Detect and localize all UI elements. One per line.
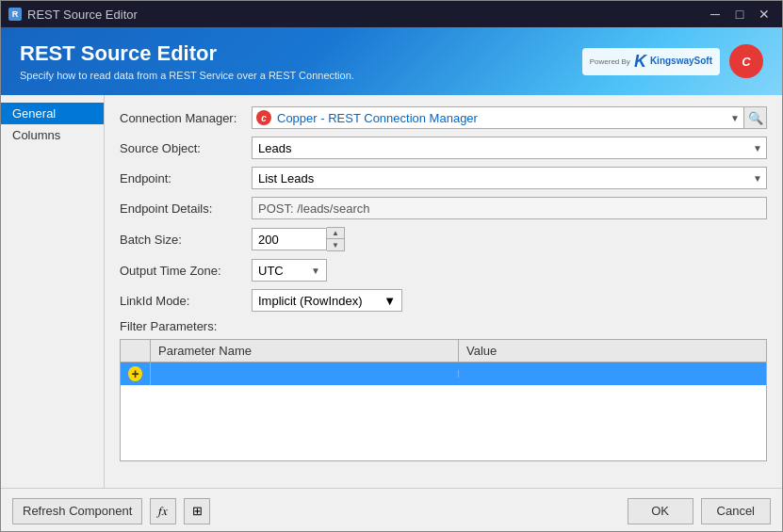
connection-manager-row: Connection Manager: c Copper - REST Conn… [120,106,767,129]
connection-copper-icon: c [256,110,271,125]
endpoint-arrow: ▼ [753,173,762,184]
formula-icon: 𝑓𝑥 [158,504,168,519]
filter-table: Parameter Name Value + [120,339,767,461]
linkid-mode-label: LinkId Mode: [120,294,252,308]
connection-dropdown-arrow: ▼ [730,113,740,123]
batch-size-spinner: 200 ▲ ▼ [252,227,345,251]
search-icon: 🔍 [748,111,763,125]
filter-params-section: Filter Parameters: Parameter Name Value … [120,319,767,461]
header-logos: Powered By K KingswaySoft C [582,44,763,78]
footer: Refresh Component 𝑓𝑥 ⊞ OK Cancel [1,488,782,532]
connection-manager-dropdown[interactable]: c Copper - REST Connection Manager ▼ [252,106,744,129]
footer-right: OK Cancel [628,498,771,524]
timezone-arrow: ▼ [311,266,320,276]
batch-size-input[interactable]: 200 [252,228,327,250]
timezone-label: Output Time Zone: [120,264,252,278]
source-object-arrow: ▼ [753,143,762,153]
spinner-down-button[interactable]: ▼ [327,239,344,250]
connection-search-button[interactable]: 🔍 [744,106,767,129]
filter-col-icon [121,340,151,362]
filter-col-value: Value [459,340,766,362]
ok-label: OK [651,504,669,518]
endpoint-details-label: Endpoint Details: [120,202,252,216]
titlebar-controls[interactable]: ─ □ ✕ [705,6,775,23]
sidebar-item-general[interactable]: General [1,103,104,124]
app-icon: R [8,8,22,21]
kingsway-k-letter: K [634,52,646,72]
sidebar: General Columns [1,95,105,488]
grid-icon: ⊞ [192,504,203,518]
cancel-label: Cancel [717,504,755,518]
footer-left: Refresh Component 𝑓𝑥 ⊞ [12,498,210,524]
linkid-mode-value: Implicit (RowIndex) [258,294,383,308]
main-content: General Columns Connection Manager: c Co… [1,95,782,488]
filter-param-name-cell[interactable] [151,370,459,378]
linkid-dropdown-arrow: ▼ [383,294,396,308]
titlebar: R REST Source Editor ─ □ ✕ [1,1,782,27]
linkid-mode-row: LinkId Mode: Implicit (RowIndex) ▼ [120,289,767,312]
connection-manager-value: Copper - REST Connection Manager [277,111,730,125]
endpoint-label: Endpoint: [120,171,252,185]
connection-manager-label: Connection Manager: [120,111,252,125]
ok-button[interactable]: OK [628,498,693,524]
window-title: REST Source Editor [27,8,138,22]
header-subtitle: Specify how to read data from a REST Ser… [20,70,354,81]
batch-size-label: Batch Size: [120,233,252,247]
refresh-component-button[interactable]: Refresh Component [12,498,142,524]
filter-value-cell[interactable] [459,370,766,378]
add-row-icon[interactable]: + [128,366,142,381]
batch-size-row: Batch Size: 200 ▲ ▼ [120,227,767,251]
header-title: REST Source Editor [20,41,354,66]
minimize-button[interactable]: ─ [705,6,726,23]
timezone-dropdown[interactable]: UTC ▼ [252,259,327,282]
filter-add-icon-cell: + [121,363,151,385]
filter-empty-area [121,385,766,460]
cancel-button[interactable]: Cancel [701,498,771,524]
filter-table-header: Parameter Name Value [121,340,766,363]
header-text: REST Source Editor Specify how to read d… [20,41,354,81]
powered-by-text: Powered By [590,57,630,66]
content-area: Connection Manager: c Copper - REST Conn… [105,95,782,488]
filter-params-label: Filter Parameters: [120,319,767,333]
copper-brand-icon: C [729,44,763,78]
header: REST Source Editor Specify how to read d… [1,27,782,95]
source-object-label: Source Object: [120,141,252,155]
source-object-value: Leads [256,141,753,155]
linkid-mode-dropdown[interactable]: Implicit (RowIndex) ▼ [252,289,402,312]
refresh-button-label: Refresh Component [23,504,132,518]
source-object-row: Source Object: Leads ▼ [120,137,767,159]
grid-button[interactable]: ⊞ [184,498,210,524]
endpoint-details-row: Endpoint Details: POST: /leads/search [120,197,767,219]
filter-add-row[interactable]: + [121,363,766,385]
spinner-buttons: ▲ ▼ [327,227,345,251]
spinner-up-button[interactable]: ▲ [327,228,344,239]
source-object-dropdown[interactable]: Leads ▼ [252,137,767,159]
endpoint-value: List Leads [256,171,753,185]
timezone-value: UTC [258,264,311,278]
timezone-row: Output Time Zone: UTC ▼ [120,259,767,282]
kingsway-name: KingswaySoft [650,56,712,67]
formula-button[interactable]: 𝑓𝑥 [150,498,176,524]
close-button[interactable]: ✕ [754,6,775,23]
sidebar-item-columns[interactable]: Columns [1,124,104,146]
titlebar-left: R REST Source Editor [8,8,138,22]
maximize-button[interactable]: □ [729,6,750,23]
kingsway-logo: Powered By K KingswaySoft [582,48,720,75]
endpoint-details-value: POST: /leads/search [252,197,767,219]
filter-col-param-name: Parameter Name [151,340,459,362]
endpoint-row: Endpoint: List Leads ▼ [120,167,767,189]
endpoint-dropdown[interactable]: List Leads ▼ [252,167,767,189]
